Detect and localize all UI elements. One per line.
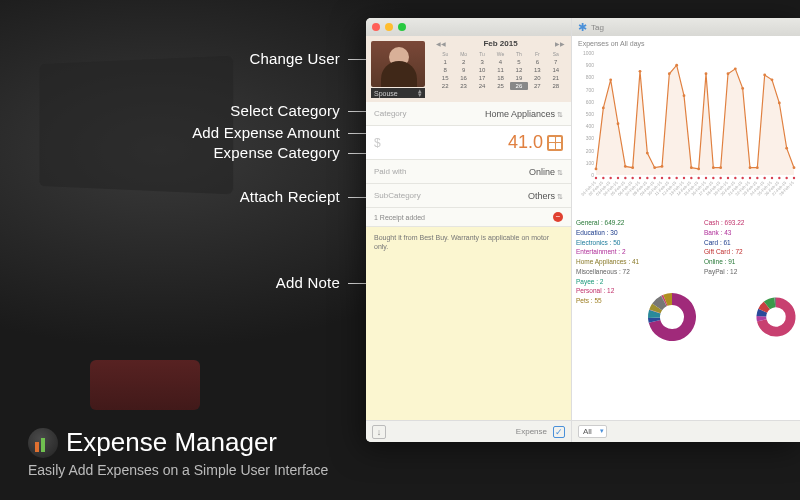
svg-point-45	[617, 177, 619, 179]
title-block: Expense Manager Easily Add Expenses on a…	[28, 427, 328, 478]
svg-point-83	[756, 177, 758, 179]
close-icon[interactable]	[372, 23, 380, 31]
expense-checkbox[interactable]: ✓	[553, 426, 565, 438]
user-name: Spouse	[374, 90, 398, 97]
callout-add-amount: Add Expense Amount	[192, 124, 340, 141]
cal-next-icon[interactable]: ▶▶	[555, 40, 565, 47]
svg-point-81	[749, 177, 751, 179]
callout-select-category: Select Category	[230, 102, 340, 119]
svg-point-93	[793, 177, 795, 179]
svg-point-36	[778, 102, 781, 105]
svg-point-41	[602, 177, 604, 179]
user-stepper-icon[interactable]: ▴▾	[418, 89, 422, 97]
svg-point-18	[646, 152, 649, 155]
svg-point-28	[719, 166, 722, 169]
svg-point-25	[697, 168, 700, 171]
right-pane: ✱ Tag Expenses on All days 0100200300400…	[572, 18, 800, 442]
paid-with-row[interactable]: Paid with Online⇅	[366, 160, 571, 184]
svg-point-85	[763, 177, 765, 179]
callout-expense-category: Expense Category	[213, 144, 340, 161]
svg-point-73	[719, 177, 721, 179]
callout-attach-receipt: Attach Reciept	[240, 188, 340, 205]
subcategory-row[interactable]: SubCategory Others⇅	[366, 184, 571, 208]
svg-point-29	[727, 72, 730, 75]
svg-point-23	[683, 94, 686, 97]
svg-point-59	[668, 177, 670, 179]
svg-point-91	[785, 177, 787, 179]
callout-change-user: Change User	[249, 50, 340, 67]
delete-receipt-icon[interactable]: −	[553, 212, 563, 222]
callout-layer: Change User Select Category Add Expense …	[0, 0, 370, 400]
user-selector[interactable]: Spouse▴▾	[366, 36, 430, 102]
app-subtitle: Easily Add Expenses on a Simple User Int…	[28, 462, 328, 478]
svg-text:900: 900	[586, 62, 595, 68]
svg-point-79	[741, 177, 743, 179]
category-value: Home Appliances	[485, 109, 555, 119]
category-row[interactable]: Category Home Appliances⇅	[366, 102, 571, 126]
svg-point-49	[631, 177, 633, 179]
paid-value: Online	[529, 167, 555, 177]
svg-point-17	[639, 70, 642, 73]
svg-point-11	[595, 168, 598, 171]
svg-point-65	[690, 177, 692, 179]
subcat-value: Others	[528, 191, 555, 201]
svg-point-16	[631, 166, 634, 169]
calculator-icon[interactable]	[547, 135, 563, 151]
svg-text:0: 0	[591, 172, 594, 178]
line-chart: 0100200300400500600700800900100001-Feb-1…	[578, 49, 798, 199]
svg-point-75	[727, 177, 729, 179]
svg-point-14	[617, 122, 620, 125]
receipt-row[interactable]: 1 Receipt added −	[366, 208, 571, 227]
svg-point-87	[771, 177, 773, 179]
zoom-icon[interactable]	[398, 23, 406, 31]
paid-stepper-icon[interactable]: ⇅	[557, 169, 563, 176]
stats-payment-list: Cash : 693.22Bank : 43Card : 61Gift Card…	[702, 218, 752, 416]
cal-prev-icon[interactable]: ◀◀	[436, 40, 446, 47]
svg-point-38	[793, 166, 796, 169]
subcat-label: SubCategory	[374, 191, 421, 200]
app-icon	[28, 428, 58, 458]
svg-point-22	[675, 64, 678, 67]
gear-icon[interactable]: ✱	[578, 21, 587, 34]
expense-label: Expense	[516, 427, 547, 436]
chart-title: Expenses on All days	[578, 40, 798, 47]
titlebar	[366, 18, 571, 36]
chart-area: Expenses on All days 0100200300400500600…	[572, 36, 800, 214]
svg-point-24	[690, 166, 693, 169]
subcat-stepper-icon[interactable]: ⇅	[557, 193, 563, 200]
svg-point-67	[697, 177, 699, 179]
svg-point-57	[661, 177, 663, 179]
svg-text:600: 600	[586, 99, 595, 105]
svg-text:200: 200	[586, 148, 595, 154]
amount-row[interactable]: $ 41.0	[366, 126, 571, 160]
svg-text:700: 700	[586, 87, 595, 93]
app-window: Spouse▴▾ ◀◀ Feb 2015 ▶▶ SuMoTuWeThFrSa12…	[366, 18, 800, 442]
svg-point-35	[771, 78, 774, 81]
svg-point-31	[741, 87, 744, 90]
svg-point-39	[595, 177, 597, 179]
tag-label: Tag	[591, 23, 604, 32]
svg-point-77	[734, 177, 736, 179]
amount-value[interactable]: 41.0	[508, 132, 543, 153]
svg-point-34	[763, 74, 766, 77]
download-icon[interactable]: ↓	[372, 425, 386, 439]
minimize-icon[interactable]	[385, 23, 393, 31]
calendar[interactable]: ◀◀ Feb 2015 ▶▶ SuMoTuWeThFrSa12345678910…	[430, 36, 571, 102]
svg-point-32	[749, 166, 752, 169]
category-stepper-icon[interactable]: ⇅	[557, 111, 563, 118]
svg-point-37	[785, 147, 788, 150]
svg-point-13	[609, 78, 612, 81]
stats-category-list: General : 649.22Education : 30Electronic…	[574, 218, 642, 416]
category-label: Category	[374, 109, 406, 118]
note-field[interactable]: Bought it from Best Buy. Warranty is app…	[366, 227, 571, 420]
svg-text:800: 800	[586, 74, 595, 80]
filter-select[interactable]: All	[578, 425, 607, 438]
svg-point-33	[756, 166, 759, 169]
svg-point-47	[624, 177, 626, 179]
svg-point-51	[639, 177, 641, 179]
stats-row: General : 649.22Education : 30Electronic…	[572, 214, 800, 420]
callout-add-note: Add Note	[276, 274, 340, 291]
svg-text:400: 400	[586, 123, 595, 129]
bottom-bar-right: All	[572, 420, 800, 442]
user-calendar-row: Spouse▴▾ ◀◀ Feb 2015 ▶▶ SuMoTuWeThFrSa12…	[366, 36, 571, 102]
